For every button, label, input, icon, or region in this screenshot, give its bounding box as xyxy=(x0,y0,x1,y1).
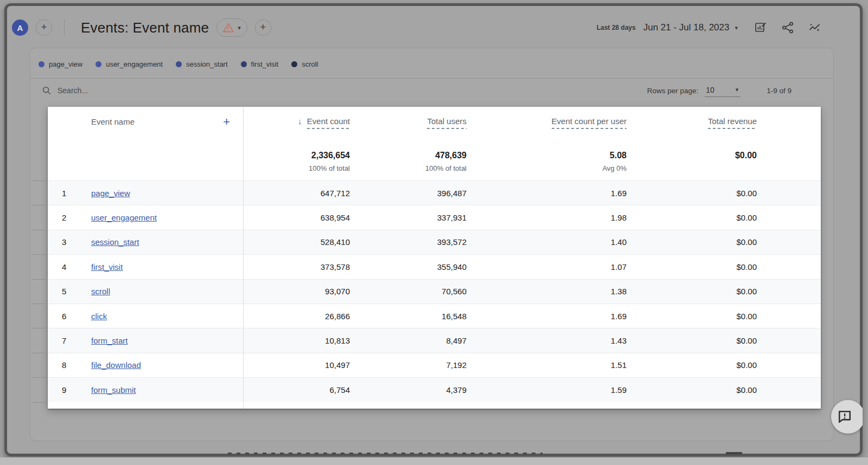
summary-cells: 2,336,654 100% of total 478,639 100% of … xyxy=(243,149,821,180)
summary-subtext: Avg 0% xyxy=(467,163,627,174)
column-header-label: Total users xyxy=(427,117,467,129)
legend-item-label: first_visit xyxy=(251,60,279,68)
summary-cell: 478,639 100% of total xyxy=(350,149,467,180)
row-divider-tick xyxy=(33,402,48,403)
app-bar: A + Events: Event name ▾ + Last 28 days … xyxy=(12,9,855,47)
date-range-value[interactable]: Jun 21 - Jul 18, 2023 xyxy=(643,22,730,33)
metric-value: 1.69 xyxy=(467,312,627,321)
row-divider-tick xyxy=(33,180,48,181)
row-index: 2 xyxy=(48,213,91,222)
table-rows: 1 page_view 647,712396,4871.69$0.00 2 us… xyxy=(48,180,821,402)
summary-cell: $0.00 xyxy=(627,149,821,180)
legend-item-label: session_start xyxy=(186,60,228,68)
column-header-event-name[interactable]: Event name xyxy=(91,117,135,127)
column-header-event-count-per-user[interactable]: Event count per user xyxy=(467,117,627,144)
row-index: 8 xyxy=(48,360,91,370)
avatar[interactable]: A xyxy=(12,20,28,36)
table-row: 6 click 26,86616,5481.69$0.00 xyxy=(48,303,821,328)
metric-value: 26,866 xyxy=(243,312,350,321)
legend-item-user-engagement[interactable]: user_engagement xyxy=(95,60,163,68)
legend-item-label: page_view xyxy=(49,60,82,68)
legend-item-session-start[interactable]: session_start xyxy=(176,60,228,68)
add-filter-button[interactable]: + xyxy=(255,20,271,36)
event-name-link[interactable]: page_view xyxy=(91,189,130,198)
metric-value: 337,931 xyxy=(350,213,467,222)
appbar-right-cluster: Last 28 days Jun 21 - Jul 18, 2023 ▾ xyxy=(597,21,855,34)
events-table: Event name + ↓ Event count Total users E… xyxy=(48,107,821,409)
rows-per-page-value: 10 xyxy=(706,86,714,94)
row-divider-tick xyxy=(33,328,48,328)
rows-per-page: Rows per page: 10 ▾ xyxy=(647,85,741,97)
column-header-event-count[interactable]: ↓ Event count xyxy=(243,117,350,144)
customize-report-icon[interactable] xyxy=(754,21,767,34)
warning-icon xyxy=(223,23,234,33)
metric-value: 70,560 xyxy=(350,287,467,296)
event-name-link[interactable]: first_visit xyxy=(91,262,123,272)
event-name-link[interactable]: file_download xyxy=(91,360,141,370)
table-row: 2 user_engagement 638,954337,9311.98$0.0… xyxy=(48,205,821,229)
sort-descending-icon: ↓ xyxy=(298,117,302,126)
legend-item-first-visit[interactable]: first_visit xyxy=(241,60,279,68)
insights-icon[interactable] xyxy=(808,21,821,34)
chevron-down-icon: ▾ xyxy=(736,86,739,93)
metric-value: 528,410 xyxy=(243,237,350,247)
event-name-link[interactable]: scroll xyxy=(91,287,110,296)
summary-cell: 5.08 Avg 0% xyxy=(467,149,627,180)
legend-item-page-view[interactable]: page_view xyxy=(39,60,82,68)
metric-value: 638,954 xyxy=(243,213,350,222)
event-name-link[interactable]: user_engagement xyxy=(91,213,157,222)
column-header-label: Event count per user xyxy=(552,117,627,129)
row-index: 4 xyxy=(48,262,91,272)
rows-per-page-label: Rows per page: xyxy=(647,87,699,95)
legend-dot-icon xyxy=(95,61,101,67)
rows-per-page-select[interactable]: 10 ▾ xyxy=(705,85,741,97)
table-row: 9 form_submit 6,7544,3791.59$0.00 xyxy=(48,377,821,402)
feedback-icon xyxy=(838,410,852,424)
add-comparison-button[interactable]: + xyxy=(36,20,52,36)
legend-dot-icon xyxy=(39,61,44,67)
column-header-total-users[interactable]: Total users xyxy=(350,117,467,144)
add-column-button[interactable]: + xyxy=(223,117,230,127)
metric-value: 1.51 xyxy=(467,360,627,370)
chevron-down-icon[interactable]: ▾ xyxy=(735,24,738,31)
browser-screenshot-frame: A + Events: Event name ▾ + Last 28 days … xyxy=(4,3,863,456)
metric-value: 1.40 xyxy=(467,237,627,247)
data-quality-menu[interactable]: ▾ xyxy=(216,18,247,37)
chevron-down-icon: ▾ xyxy=(238,24,241,31)
metric-value: 6,754 xyxy=(243,385,350,395)
event-name-link[interactable]: click xyxy=(91,312,107,321)
table-row: 3 session_start 528,410393,5721.40$0.00 xyxy=(48,230,821,254)
table-row: 8 file_download 10,4977,1921.51$0.00 xyxy=(48,353,821,377)
event-name-link[interactable]: form_submit xyxy=(91,385,136,395)
metric-value: $0.00 xyxy=(627,287,821,296)
clipped-footer-text xyxy=(228,453,542,454)
clipped-footer-text xyxy=(726,452,742,454)
metric-value: $0.00 xyxy=(627,262,821,272)
column-header-total-revenue[interactable]: Total revenue xyxy=(627,117,821,144)
metric-value: 393,572 xyxy=(350,237,467,247)
feedback-button[interactable] xyxy=(831,400,863,434)
pagination-range: 1-9 of 9 xyxy=(767,87,792,95)
metric-value: $0.00 xyxy=(627,336,821,345)
row-divider-tick xyxy=(33,205,48,205)
legend-dot-icon xyxy=(291,61,297,67)
row-divider-tick xyxy=(33,377,48,378)
event-name-link[interactable]: session_start xyxy=(91,237,139,247)
legend: page_view user_engagement session_start … xyxy=(30,48,833,74)
share-icon[interactable] xyxy=(781,21,794,34)
search-input[interactable] xyxy=(58,86,275,95)
table-row: 7 form_start 10,8138,4971.43$0.00 xyxy=(48,328,821,352)
row-index: 7 xyxy=(48,336,91,345)
metric-value: $0.00 xyxy=(627,360,821,370)
column-header-label: Event count xyxy=(307,117,350,129)
row-index: 9 xyxy=(48,385,91,395)
event-name-link[interactable]: form_start xyxy=(91,336,128,345)
metric-value: 1.38 xyxy=(467,287,627,296)
metric-value: 4,379 xyxy=(350,385,467,395)
metric-value: 1.43 xyxy=(467,336,627,345)
metric-value: 10,813 xyxy=(243,336,350,345)
table-row: 5 scroll 93,07070,5601.38$0.00 xyxy=(48,279,821,303)
summary-value: 5.08 xyxy=(467,149,627,162)
legend-item-scroll[interactable]: scroll xyxy=(291,60,318,68)
metric-value: $0.00 xyxy=(627,237,821,247)
